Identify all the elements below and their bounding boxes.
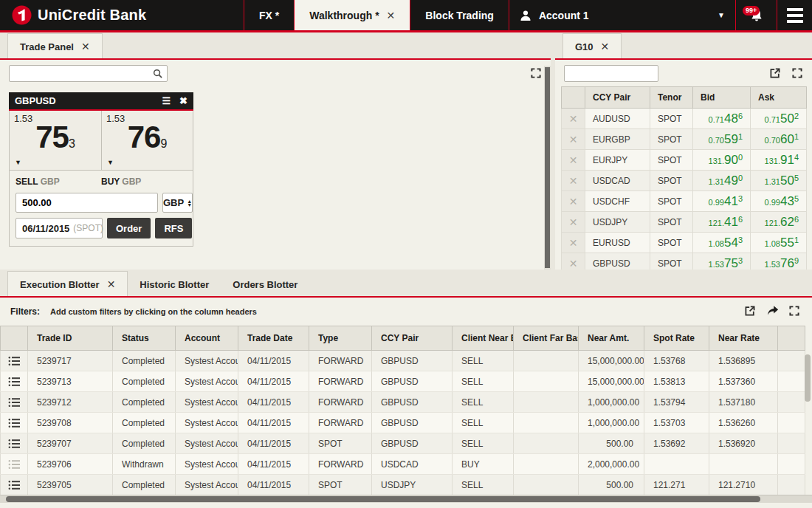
- ask-price[interactable]: 0.70601: [751, 129, 807, 150]
- header-tab-walkthrough[interactable]: Walkthrough * ✕: [294, 0, 410, 30]
- widget-menu-icon[interactable]: ☰: [162, 95, 171, 106]
- chevron-down-icon[interactable]: ▼: [107, 159, 114, 166]
- blotter-col-near-amt-[interactable]: Near Amt.: [579, 326, 644, 351]
- header-tab-fx[interactable]: FX *: [244, 0, 294, 30]
- ask-price[interactable]: 131.914: [751, 150, 807, 171]
- tab-historic-blotter[interactable]: Historic Blotter: [128, 272, 221, 296]
- blotter-col-trade-id[interactable]: Trade ID: [28, 326, 113, 351]
- remove-pair-icon[interactable]: ✕: [562, 253, 585, 270]
- ask-price[interactable]: 121.626: [751, 212, 807, 233]
- remove-pair-icon[interactable]: ✕: [562, 191, 585, 212]
- bid-price[interactable]: 1.53753: [693, 253, 751, 270]
- remove-pair-icon[interactable]: ✕: [562, 150, 585, 171]
- blotter-horizontal-scrollbar[interactable]: [0, 495, 812, 503]
- row-menu-icon[interactable]: [8, 377, 20, 387]
- row-menu-button[interactable]: [1, 392, 28, 413]
- account-selector[interactable]: Account 1 ▼: [509, 0, 735, 30]
- scrollbar-thumb[interactable]: [6, 496, 760, 502]
- blotter-col-near-rate[interactable]: Near Rate: [709, 326, 778, 351]
- bid-price[interactable]: 131.900: [693, 150, 751, 171]
- tab-orders-blotter[interactable]: Orders Blotter: [221, 272, 309, 296]
- row-menu-icon[interactable]: [8, 356, 20, 366]
- currency-selector[interactable]: GBP ▲▼: [162, 193, 193, 213]
- sell-price-tile[interactable]: 1.53 753 ▼: [10, 111, 101, 170]
- remove-pair-icon[interactable]: ✕: [562, 109, 585, 129]
- menu-button[interactable]: [777, 0, 812, 30]
- amount-input[interactable]: [16, 193, 158, 213]
- remove-pair-icon[interactable]: ✕: [562, 212, 585, 233]
- row-menu-icon[interactable]: [8, 439, 20, 449]
- account-cell: Systest Account: [176, 392, 238, 413]
- blotter-col-trade-date[interactable]: Trade Date: [238, 326, 309, 351]
- blotter-col-spot-rate[interactable]: Spot Rate: [644, 326, 709, 351]
- row-menu-icon[interactable]: [8, 459, 20, 470]
- popout-icon[interactable]: [769, 67, 782, 80]
- blotter-vertical-scrollbar-thumb[interactable]: [805, 354, 811, 402]
- row-menu-button[interactable]: [1, 371, 28, 392]
- g10-filter-input[interactable]: [569, 69, 684, 79]
- ask-price[interactable]: 1.08551: [751, 233, 807, 253]
- notifications-button[interactable]: 99+: [735, 0, 777, 30]
- blotter-col-client-near-bas[interactable]: Client Near Bas: [453, 326, 514, 351]
- instrument-search[interactable]: [9, 65, 168, 82]
- rfs-button[interactable]: RFS: [155, 218, 192, 238]
- bid-price[interactable]: 0.71486: [693, 109, 751, 129]
- value-date-field[interactable]: 06/11/2015 (SPOT): [16, 218, 103, 238]
- bid-price[interactable]: 0.70591: [693, 129, 751, 150]
- close-icon[interactable]: ✕: [601, 41, 610, 52]
- bid-price[interactable]: 1.31490: [693, 171, 751, 191]
- row-menu-button[interactable]: [1, 433, 28, 454]
- blotter-col-status[interactable]: Status: [113, 326, 176, 351]
- row-menu-icon[interactable]: [8, 480, 20, 490]
- remove-pair-icon[interactable]: ✕: [562, 233, 585, 253]
- type-cell: FORWARD: [309, 392, 372, 413]
- close-icon[interactable]: ✕: [107, 278, 116, 290]
- share-icon[interactable]: [766, 305, 780, 318]
- blotter-col-ccy-pair[interactable]: CCY Pair: [372, 326, 453, 351]
- tab-g10[interactable]: G10 ✕: [562, 33, 622, 58]
- row-menu-icon[interactable]: [8, 397, 20, 408]
- popout-icon[interactable]: [744, 305, 757, 318]
- bid-price[interactable]: 1.08543: [693, 233, 751, 253]
- bid-price[interactable]: 121.416: [693, 212, 751, 233]
- close-icon[interactable]: ✕: [81, 41, 90, 52]
- trade-panel-scrollbar[interactable]: [544, 66, 551, 270]
- tab-execution-blotter[interactable]: Execution Blotter ✕: [7, 271, 128, 296]
- sell-price-pips: 75: [35, 120, 69, 154]
- bid-price[interactable]: 0.99413: [693, 191, 751, 212]
- widget-close-icon[interactable]: ✖: [179, 95, 187, 106]
- col-tenor[interactable]: Tenor: [650, 87, 693, 109]
- buy-price-tile[interactable]: 1.53 769 ▼: [101, 111, 193, 170]
- row-menu-button[interactable]: [1, 351, 28, 371]
- fx-widget-gbpusd: GBPUSD ☰ ✖ 1.53 753 ▼ 1.53 769: [9, 92, 193, 247]
- ask-price[interactable]: 1.31505: [751, 171, 807, 191]
- order-button[interactable]: Order: [107, 218, 151, 238]
- search-input[interactable]: [14, 69, 150, 79]
- col-ask[interactable]: Ask: [751, 87, 807, 109]
- user-icon: [520, 10, 531, 21]
- fullscreen-icon[interactable]: [791, 67, 805, 80]
- scrollbar-thumb[interactable]: [545, 67, 550, 268]
- fullscreen-icon[interactable]: [788, 305, 802, 318]
- ask-price[interactable]: 0.99435: [751, 191, 807, 212]
- blotter-col-client-far-base[interactable]: Client Far Base: [514, 326, 579, 351]
- fullscreen-icon[interactable]: [530, 67, 543, 80]
- row-menu-button[interactable]: [1, 413, 28, 433]
- ask-price[interactable]: 0.71502: [751, 109, 807, 129]
- col-bid[interactable]: Bid: [693, 87, 751, 109]
- blotter-col-type[interactable]: Type: [309, 326, 372, 351]
- close-icon[interactable]: ✕: [387, 10, 396, 21]
- row-menu-button[interactable]: [1, 475, 28, 495]
- ask-price[interactable]: 1.53769: [751, 253, 807, 270]
- near-rate-cell: 1.537360: [709, 371, 778, 392]
- g10-filter-box[interactable]: [564, 65, 658, 82]
- header-tab-block-trading[interactable]: Block Trading: [410, 0, 509, 30]
- row-menu-button[interactable]: [1, 454, 28, 475]
- row-menu-icon[interactable]: [8, 418, 20, 428]
- remove-pair-icon[interactable]: ✕: [562, 171, 585, 191]
- blotter-col-account[interactable]: Account: [176, 326, 238, 351]
- chevron-down-icon[interactable]: ▼: [15, 159, 21, 166]
- col-ccy-pair[interactable]: CCY Pair: [585, 87, 650, 109]
- tab-trade-panel[interactable]: Trade Panel ✕: [7, 33, 103, 58]
- remove-pair-icon[interactable]: ✕: [562, 129, 585, 150]
